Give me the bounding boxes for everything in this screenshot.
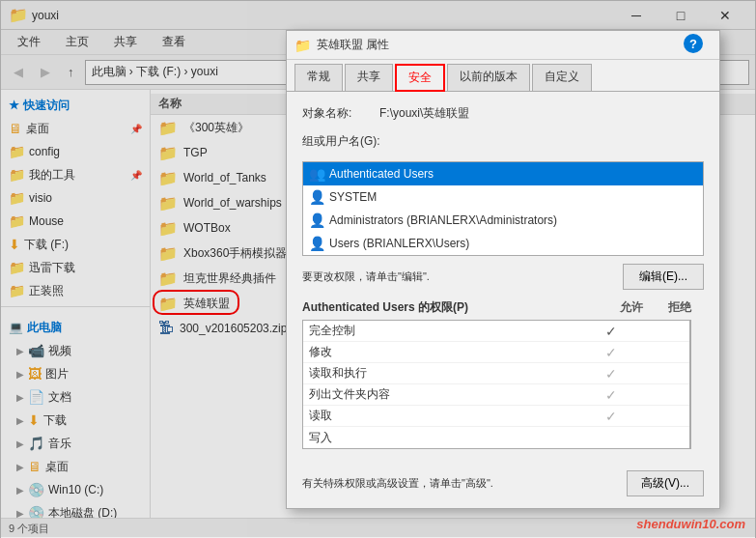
dialog-overlay: 📁 英雄联盟 属性 ✕ 常规 共享 安全 以前的版本 自定义 对象名称: F:\… <box>1 1 755 537</box>
perms-header: Authenticated Users 的权限(P) 允许 拒绝 <box>302 299 704 316</box>
group-label-row: 组或用户名(G): <box>302 133 704 150</box>
perms-section: Authenticated Users 的权限(P) 允许 拒绝 完全控制 ✓ <box>302 299 704 449</box>
user-icon-0: 👥 <box>309 166 325 182</box>
tab-security[interactable]: 安全 <box>395 64 445 92</box>
perm-row-5: 写入 <box>303 427 689 448</box>
dialog-tabs: 常规 共享 安全 以前的版本 自定义 <box>287 60 719 92</box>
object-value: F:\youxi\英雄联盟 <box>379 105 469 122</box>
watermark: shenduwin10.com <box>636 517 745 531</box>
tab-general[interactable]: 常规 <box>294 64 343 91</box>
perm-row-1: 修改 ✓ <box>303 342 689 363</box>
user-list: 👥 Authenticated Users 👤 SYSTEM 👤 Adminis… <box>302 161 704 256</box>
properties-dialog: 📁 英雄联盟 属性 ✕ 常规 共享 安全 以前的版本 自定义 对象名称: F:\… <box>286 30 720 509</box>
tab-custom[interactable]: 自定义 <box>532 64 592 91</box>
user-item-1[interactable]: 👤 SYSTEM <box>303 185 703 209</box>
footer-text: 有关特殊权限或高级设置，请单击"高级". <box>302 476 493 491</box>
object-label: 对象名称: <box>302 105 379 122</box>
group-label: 组或用户名(G): <box>302 133 380 150</box>
user-icon-2: 👤 <box>309 212 325 228</box>
dialog-footer: 有关特殊权限或高级设置，请单击"高级". 高级(V)... <box>287 463 719 508</box>
perm-row-3: 列出文件夹内容 ✓ <box>303 384 689 406</box>
tab-share[interactable]: 共享 <box>345 64 393 91</box>
tab-previous[interactable]: 以前的版本 <box>447 64 530 91</box>
user-item-0[interactable]: 👥 Authenticated Users <box>303 162 703 185</box>
advanced-button[interactable]: 高级(V)... <box>627 470 704 496</box>
user-icon-1: 👤 <box>309 189 325 205</box>
explorer-window: 📁 youxi ─ □ ✕ 文件 主页 共享 查看 ◀ ▶ ↑ 此电脑 › 下载… <box>0 0 756 538</box>
object-row: 对象名称: F:\youxi\英雄联盟 <box>302 105 704 122</box>
perm-row-0: 完全控制 ✓ <box>303 321 689 342</box>
perms-table-container: 完全控制 ✓ 修改 ✓ 读取和执行 ✓ <box>302 320 704 449</box>
perms-table: 完全控制 ✓ 修改 ✓ 读取和执行 ✓ <box>302 320 690 449</box>
user-icon-3: 👤 <box>309 236 325 251</box>
dialog-title-bar: 📁 英雄联盟 属性 ✕ <box>287 31 719 60</box>
help-icon[interactable]: ? <box>684 34 703 53</box>
dialog-title-text: 英雄联盟 属性 <box>317 37 677 53</box>
perm-row-2: 读取和执行 ✓ <box>303 363 689 384</box>
user-item-3[interactable]: 👤 Users (BRIANLERX\Users) <box>303 232 703 255</box>
dialog-content: 对象名称: F:\youxi\英雄联盟 组或用户名(G): 👥 Authenti… <box>287 92 719 463</box>
user-item-2[interactable]: 👤 Administrators (BRIANLERX\Administrato… <box>303 209 703 232</box>
perms-scrollbar[interactable] <box>690 320 704 449</box>
perm-row-4: 读取 ✓ <box>303 406 689 427</box>
edit-button[interactable]: 编辑(E)... <box>623 264 704 290</box>
dialog-title-icon: 📁 <box>294 38 311 53</box>
edit-note: 要更改权限，请单击"编辑". <box>302 269 430 284</box>
